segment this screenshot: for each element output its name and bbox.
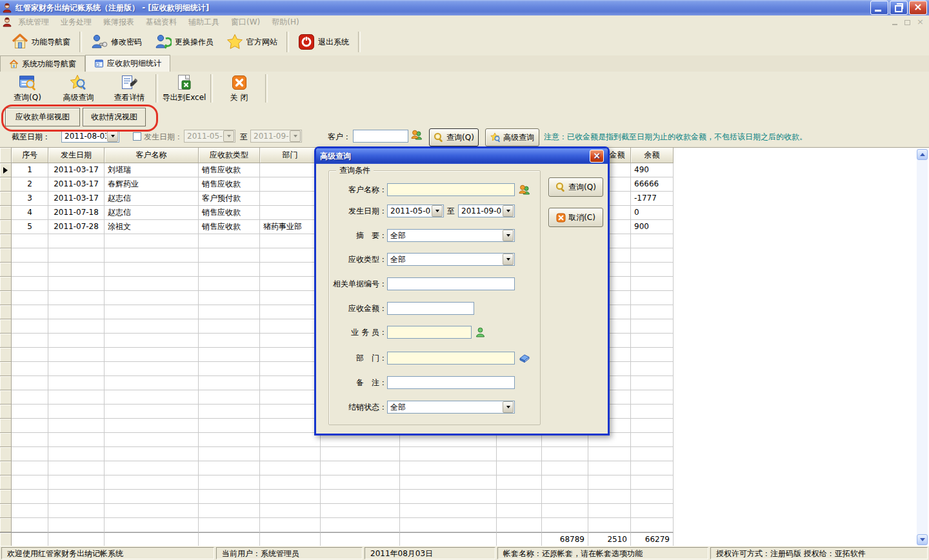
menu-item[interactable]: 基础资料 <box>140 15 183 28</box>
menu-item[interactable]: 账簿报表 <box>97 15 140 28</box>
table-cell[interactable] <box>260 163 321 177</box>
column-header[interactable]: 序号 <box>12 148 48 163</box>
row-selector[interactable] <box>0 192 12 206</box>
people-icon[interactable] <box>411 130 423 141</box>
table-cell[interactable]: -1777 <box>631 192 674 206</box>
view-button-collection-status[interactable]: 收款情况视图 <box>83 108 146 126</box>
table-cell[interactable]: 赵志信 <box>105 206 199 220</box>
report-toolbar-button[interactable]: 导出到Excel <box>159 73 210 104</box>
scroll-down-button[interactable] <box>917 534 928 545</box>
table-cell[interactable]: 1 <box>12 163 48 177</box>
settlement-status-combo[interactable]: 全部 <box>387 401 515 414</box>
mdi-minimize-button[interactable] <box>891 17 901 26</box>
table-cell[interactable]: 2011-03-17 <box>48 163 105 177</box>
table-cell[interactable]: 销售应收款 <box>199 206 260 220</box>
chevron-down-icon[interactable] <box>107 130 118 142</box>
table-cell[interactable]: 2011-07-18 <box>48 206 105 220</box>
menu-item[interactable]: 帮助(H) <box>266 15 305 28</box>
column-header[interactable]: 发生日期 <box>48 148 105 163</box>
table-cell[interactable]: 2011-03-17 <box>48 192 105 206</box>
table-cell[interactable]: 涂祖文 <box>105 220 199 234</box>
table-cell[interactable]: 刘堪瑞 <box>105 163 199 177</box>
menu-item[interactable]: 系统管理 <box>12 15 55 28</box>
report-toolbar-button[interactable]: 高级查询 <box>53 73 104 104</box>
report-toolbar-button[interactable]: 查询(Q) <box>2 73 53 104</box>
close-button[interactable] <box>909 1 927 15</box>
table-cell[interactable]: 销售应收款 <box>199 177 260 192</box>
restore-button[interactable] <box>890 1 908 15</box>
table-cell[interactable]: 0 <box>631 206 674 220</box>
table-cell[interactable] <box>260 206 321 220</box>
receivable-type-combo[interactable]: 全部 <box>387 253 515 266</box>
table-cell[interactable]: 2011-07-28 <box>48 220 105 234</box>
summary-combo[interactable]: 全部 <box>387 229 515 242</box>
table-cell[interactable]: 490 <box>631 163 674 177</box>
toolbar-button[interactable]: 退出系统 <box>292 31 355 53</box>
report-toolbar-button[interactable]: 关 闭 <box>214 73 265 104</box>
row-selector[interactable] <box>0 220 12 234</box>
table-cell[interactable]: 2011-03-17 <box>48 177 105 192</box>
remark-input[interactable] <box>387 376 515 389</box>
table-cell[interactable] <box>260 177 321 192</box>
table-cell[interactable]: 销售应收款 <box>199 163 260 177</box>
occur-date-to-combo[interactable]: 2011-09-03 <box>458 205 515 217</box>
table-cell[interactable]: 900 <box>631 220 674 234</box>
mdi-close-button[interactable] <box>915 17 925 26</box>
mdi-restore-button[interactable] <box>903 17 913 26</box>
book-icon[interactable] <box>519 353 530 363</box>
table-cell[interactable]: 客户预付款 <box>199 192 260 206</box>
chevron-down-icon[interactable] <box>503 254 514 265</box>
dialog-query-button[interactable]: 查询(Q) <box>548 177 603 197</box>
table-cell[interactable]: 赵志信 <box>105 192 199 206</box>
customer-name-input[interactable] <box>387 183 515 196</box>
table-cell[interactable]: 猪药事业部 <box>260 220 321 234</box>
query-button[interactable]: 查询(Q) <box>429 128 479 146</box>
chevron-down-icon[interactable] <box>503 205 514 217</box>
receivable-amount-input[interactable] <box>387 302 474 315</box>
row-selector[interactable] <box>0 206 12 220</box>
column-header[interactable]: 余额 <box>631 148 674 163</box>
menu-item[interactable]: 业务处理 <box>55 15 97 28</box>
vertical-scrollbar[interactable] <box>917 149 928 545</box>
dialog-cancel-button[interactable]: 取消(C) <box>548 208 603 227</box>
report-toolbar-button[interactable]: 查看详情 <box>104 73 155 104</box>
column-header[interactable]: 部门 <box>260 148 321 163</box>
table-cell[interactable]: 66666 <box>631 177 674 192</box>
table-cell[interactable]: 4 <box>12 206 48 220</box>
table-cell[interactable] <box>260 192 321 206</box>
scroll-up-button[interactable] <box>917 149 928 160</box>
people-icon[interactable] <box>519 185 530 195</box>
department-input[interactable] <box>387 352 515 365</box>
toolbar-button[interactable]: 更换操作员 <box>148 31 220 53</box>
tab-receivable-report[interactable]: 应收款明细统计 <box>85 55 170 72</box>
person-green-icon[interactable] <box>475 327 485 337</box>
row-selector[interactable] <box>0 177 12 192</box>
row-selector-header[interactable] <box>0 148 12 163</box>
table-cell[interactable]: 春辉药业 <box>105 177 199 192</box>
chevron-down-icon[interactable] <box>503 401 514 413</box>
advanced-query-button[interactable]: 高级查询 <box>485 128 539 146</box>
related-doc-no-input[interactable] <box>387 277 515 290</box>
cutoff-date-combo[interactable]: 2011-08-03 <box>61 130 119 143</box>
column-header[interactable]: 客户名称 <box>105 148 199 163</box>
minimize-button[interactable] <box>870 1 888 15</box>
customer-input[interactable] <box>353 130 408 143</box>
row-selector[interactable] <box>0 163 12 177</box>
occur-date-checkbox[interactable] <box>133 132 141 141</box>
dialog-close-button[interactable] <box>590 150 604 163</box>
chevron-down-icon[interactable] <box>432 205 443 217</box>
chevron-down-icon[interactable] <box>503 230 514 241</box>
table-cell[interactable]: 2 <box>12 177 48 192</box>
toolbar-button[interactable]: 官方网站 <box>220 31 284 53</box>
table-cell[interactable]: 3 <box>12 192 48 206</box>
salesperson-input[interactable] <box>387 326 472 339</box>
menu-item[interactable]: 窗口(W) <box>225 15 266 28</box>
view-button-receivable-docs[interactable]: 应收款单据视图 <box>5 108 80 126</box>
column-header[interactable]: 应收款类型 <box>199 148 260 163</box>
menu-item[interactable]: 辅助工具 <box>183 15 225 28</box>
tab-navigator[interactable]: 系统功能导航窗 <box>0 55 85 72</box>
table-cell[interactable]: 5 <box>12 220 48 234</box>
occur-date-from-combo[interactable]: 2011-05-03 <box>387 205 444 217</box>
table-cell[interactable]: 销售应收款 <box>199 220 260 234</box>
toolbar-button[interactable]: 修改密码 <box>85 31 148 53</box>
